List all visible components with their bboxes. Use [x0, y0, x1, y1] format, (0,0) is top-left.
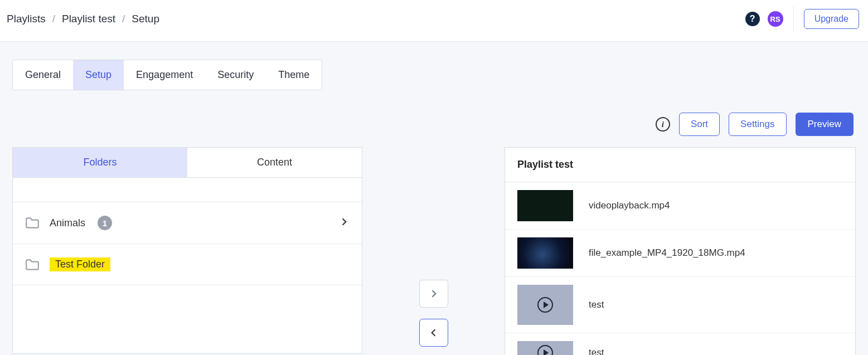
video-thumbnail [517, 237, 573, 269]
breadcrumb-sep-icon: / [52, 13, 55, 25]
settings-button[interactable]: Settings [729, 113, 786, 136]
video-thumbnail [517, 341, 573, 355]
divider [793, 7, 794, 31]
breadcrumb: Playlists / Playlist test / Setup [7, 13, 159, 25]
breadcrumb-root[interactable]: Playlists [7, 13, 46, 25]
folder-row[interactable]: Animals 1 [13, 202, 362, 244]
video-thumbnail [517, 285, 573, 325]
source-subtabs: Folders Content [13, 148, 362, 178]
avatar[interactable]: RS [768, 11, 783, 27]
play-icon [537, 345, 553, 355]
move-left-button[interactable] [419, 319, 448, 347]
breadcrumb-item[interactable]: Playlist test [62, 13, 115, 25]
video-thumbnail [517, 190, 573, 221]
playlist-item[interactable]: videoplayback.mp4 [505, 182, 855, 230]
preview-button[interactable]: Preview [796, 113, 854, 136]
folder-icon [25, 259, 40, 271]
help-icon[interactable]: ? [745, 12, 760, 26]
action-row: i Sort Settings Preview [12, 113, 856, 136]
transfer-controls [362, 147, 505, 347]
source-panel: Folders Content Animals 1 [12, 147, 362, 354]
folder-icon [25, 217, 40, 229]
tab-theme[interactable]: Theme [266, 60, 322, 90]
tab-security[interactable]: Security [205, 60, 266, 90]
chevron-right-icon [338, 216, 350, 230]
tab-setup[interactable]: Setup [73, 60, 124, 90]
header-right-cluster: ? RS Upgrade [745, 7, 859, 31]
playlist-item[interactable]: file_example_MP4_1920_18MG.mp4 [505, 230, 855, 277]
playlist-item-name: videoplayback.mp4 [589, 200, 670, 211]
info-icon[interactable]: i [656, 117, 670, 132]
setup-columns: Folders Content Animals 1 [12, 147, 856, 355]
source-panel-spacer [13, 178, 362, 202]
upgrade-button[interactable]: Upgrade [804, 9, 859, 29]
playlist-item-name: test [589, 347, 604, 355]
playlist-item[interactable]: test [505, 277, 855, 333]
playlist-tabs: General Setup Engagement Security Theme [12, 60, 322, 90]
folder-name: Animals [50, 217, 85, 229]
breadcrumb-current: Setup [132, 13, 159, 25]
page-body: General Setup Engagement Security Theme … [0, 42, 868, 355]
folder-count-badge: 1 [98, 216, 112, 230]
tab-engagement[interactable]: Engagement [124, 60, 205, 90]
folder-name: Test Folder [50, 257, 110, 271]
playlist-item-name: file_example_MP4_1920_18MG.mp4 [589, 247, 745, 259]
top-bar: Playlists / Playlist test / Setup ? RS U… [0, 0, 868, 42]
playlist-title: Playlist test [505, 148, 855, 182]
sort-button[interactable]: Sort [679, 113, 720, 136]
subtab-folders[interactable]: Folders [13, 148, 187, 177]
breadcrumb-sep-icon: / [122, 13, 125, 25]
playlist-item[interactable]: test [505, 333, 855, 355]
folder-row[interactable]: Test Folder [13, 244, 362, 285]
play-icon [537, 297, 553, 313]
move-right-button[interactable] [419, 280, 448, 308]
playlist-item-name: test [589, 299, 604, 310]
tab-general[interactable]: General [13, 60, 73, 90]
playlist-panel[interactable]: Playlist test videoplayback.mp4 file_exa… [505, 147, 856, 355]
source-panel-fill [13, 285, 362, 353]
subtab-content[interactable]: Content [187, 148, 362, 177]
